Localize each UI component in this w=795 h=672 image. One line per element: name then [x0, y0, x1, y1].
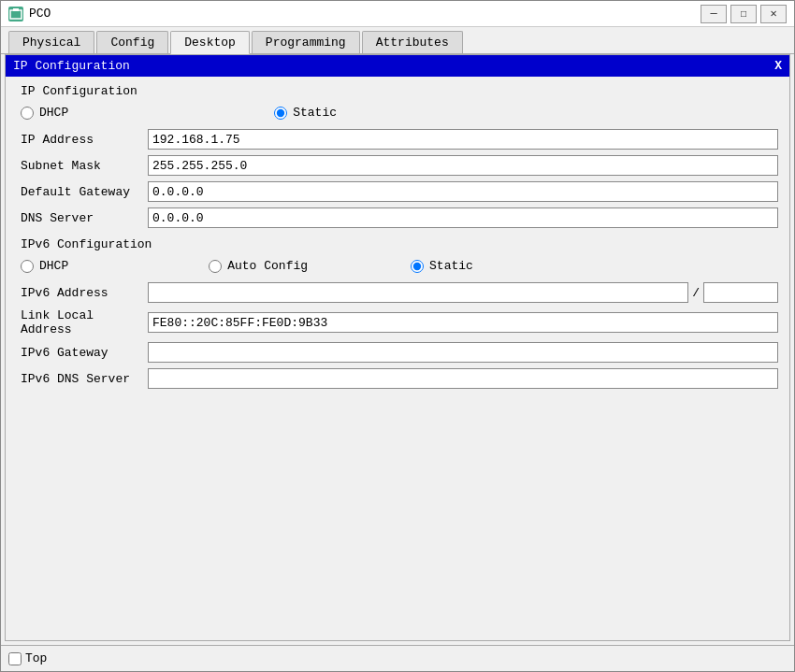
ipv6-auto-config-label: Auto Config [227, 259, 308, 273]
title-bar: PCO — ☐ ✕ [1, 1, 794, 27]
ip-address-input[interactable] [148, 129, 778, 150]
ipv6-auto-config-radio-option[interactable]: Auto Config [209, 259, 308, 273]
window-title: PCO [29, 7, 51, 21]
dhcp-label: DHCP [39, 106, 68, 120]
ip-config-header-label: IP Configuration [13, 59, 130, 73]
ipv6-static-radio[interactable] [411, 260, 424, 273]
ipv6-dns-row: IPv6 DNS Server [17, 368, 778, 389]
minimize-button[interactable]: — [701, 5, 727, 23]
ip-mode-radio-row: DHCP Static [17, 106, 778, 120]
tab-physical[interactable]: Physical [8, 31, 94, 53]
tab-programming[interactable]: Programming [252, 31, 360, 53]
maximize-button[interactable]: ☐ [730, 5, 757, 23]
tab-bar: Physical Config Desktop Programming Attr… [1, 27, 794, 54]
title-bar-left: PCO [8, 7, 51, 21]
ipv6-gateway-input[interactable] [148, 342, 778, 363]
link-local-row: Link Local Address [17, 308, 778, 336]
ip-config-close-btn[interactable]: X [774, 59, 782, 73]
static-label: Static [293, 106, 337, 120]
top-checkbox-label[interactable]: Top [8, 651, 47, 665]
ipv6-dhcp-label: DHCP [39, 259, 68, 273]
top-label: Top [25, 651, 47, 665]
link-local-label: Link Local Address [17, 308, 148, 336]
link-local-input[interactable] [148, 312, 778, 333]
slash-separator: / [688, 286, 703, 300]
ipv6-static-radio-option[interactable]: Static [411, 259, 473, 273]
main-window: PCO — ☐ ✕ Physical Config Desktop Progra… [0, 0, 795, 672]
bottom-bar: Top [1, 645, 794, 671]
tab-desktop[interactable]: Desktop [170, 31, 250, 54]
dns-server-input[interactable] [148, 207, 778, 228]
dns-server-row: DNS Server [17, 207, 778, 228]
top-checkbox[interactable] [8, 652, 22, 665]
ipv6-dns-label: IPv6 DNS Server [17, 372, 148, 386]
ip-config-sub-label: IP Configuration [17, 84, 778, 98]
ipv6-dns-input[interactable] [148, 368, 778, 389]
dns-server-label: DNS Server [17, 211, 148, 225]
dhcp-radio[interactable] [21, 107, 34, 120]
subnet-mask-label: Subnet Mask [17, 159, 148, 173]
ipv6-static-label: Static [429, 259, 473, 273]
ipv6-dhcp-radio-option[interactable]: DHCP [21, 259, 68, 273]
content-area: IP Configuration X IP Configuration DHCP… [5, 54, 790, 641]
subnet-mask-input[interactable] [148, 155, 778, 176]
ip-address-row: IP Address [17, 129, 778, 150]
ipv6-address-label: IPv6 Address [17, 286, 148, 300]
ipv6-dhcp-radio[interactable] [21, 260, 34, 273]
ip-address-label: IP Address [17, 133, 148, 147]
ipv6-address-row: IPv6 Address / [17, 282, 778, 303]
tab-config[interactable]: Config [96, 31, 168, 53]
svg-rect-1 [13, 8, 19, 11]
tab-attributes[interactable]: Attributes [362, 31, 463, 53]
subnet-mask-row: Subnet Mask [17, 155, 778, 176]
ip-config-body: IP Configuration DHCP Static IP Address [6, 77, 789, 402]
default-gateway-row: Default Gateway [17, 181, 778, 202]
static-radio-option[interactable]: Static [274, 106, 337, 120]
svg-rect-0 [10, 10, 22, 19]
prefix-length-input[interactable] [703, 282, 778, 303]
window-controls: — ☐ ✕ [701, 5, 787, 23]
ipv6-gateway-row: IPv6 Gateway [17, 342, 778, 363]
default-gateway-label: Default Gateway [17, 185, 148, 199]
app-icon [8, 7, 23, 21]
static-radio[interactable] [274, 107, 287, 120]
ipv6-mode-radio-row: DHCP Auto Config Static [17, 259, 778, 273]
close-button[interactable]: ✕ [760, 5, 787, 23]
ipv6-address-input[interactable] [148, 282, 688, 303]
ipv6-gateway-label: IPv6 Gateway [17, 346, 148, 360]
ipv6-section-label: IPv6 Configuration [21, 237, 778, 251]
ip-config-header: IP Configuration X [6, 55, 789, 77]
default-gateway-input[interactable] [148, 181, 778, 202]
ipv6-auto-config-radio[interactable] [209, 260, 222, 273]
dhcp-radio-option[interactable]: DHCP [21, 106, 68, 120]
